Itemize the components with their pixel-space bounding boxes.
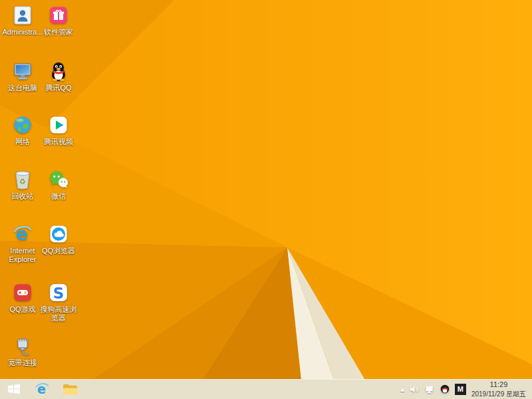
broadband-icon xyxy=(12,334,34,356)
desktop-icon-label: 回收站 xyxy=(12,192,34,201)
desktop-icon-label: 这台电脑 xyxy=(8,84,37,92)
taskbar: e ▴ xyxy=(0,379,532,399)
qq-tray-icon[interactable] xyxy=(440,384,450,394)
desktop-icon-sogou-browser[interactable]: S 搜狗高速浏览器 xyxy=(37,281,80,323)
desktop-icon-label: 搜狗高速浏览器 xyxy=(37,305,80,323)
this-pc-icon xyxy=(12,60,34,82)
sogou-browser-icon: S xyxy=(48,281,70,303)
desktop-icon-software-manager[interactable]: 软件管家 xyxy=(37,4,80,37)
hidden-icons-arrow[interactable]: ▴ xyxy=(400,386,404,393)
desktop-icon-broadband[interactable]: 宽带连接 xyxy=(1,334,44,367)
tencent-video-icon xyxy=(48,114,70,136)
desktop-icon-label: 腾讯视频 xyxy=(44,138,73,146)
windows-logo-icon xyxy=(7,383,21,395)
svg-text:S: S xyxy=(53,284,65,301)
clock-time: 11:29 xyxy=(471,380,526,389)
internet-explorer-icon: e xyxy=(12,223,34,245)
clock-date: 2019/11/29 星期五 xyxy=(471,390,526,398)
system-tray: ▴ M 11:29 2019/11/29 星期五 xyxy=(396,379,532,399)
desktop-icon-wechat[interactable]: 微信 xyxy=(37,168,80,201)
taskbar-internet-explorer[interactable]: e xyxy=(28,379,56,399)
ime-indicator[interactable]: M xyxy=(455,384,466,395)
recycle-bin-icon: ♻ xyxy=(12,168,34,190)
svg-text:♻: ♻ xyxy=(19,177,26,185)
start-button[interactable] xyxy=(0,379,28,399)
desktop-icon-qq-browser[interactable]: QQ浏览器 xyxy=(37,223,80,255)
desktop-icon-tencent-video[interactable]: 腾讯视频 xyxy=(37,114,80,146)
volume-icon[interactable] xyxy=(410,384,420,394)
desktop-icon-label: QQ浏览器 xyxy=(42,247,75,255)
wechat-icon xyxy=(48,168,70,190)
desktop-icon-label: 网络 xyxy=(15,138,30,146)
desktop-icon-tencent-qq[interactable]: 腾讯QQ xyxy=(37,60,80,92)
user-folder-icon xyxy=(12,4,34,26)
desktop-icon-label: 腾讯QQ xyxy=(45,84,71,92)
desktop-icon-label: 宽带连接 xyxy=(8,358,37,367)
desktop-icon-label: QQ游戏 xyxy=(9,305,35,314)
taskbar-file-explorer[interactable] xyxy=(56,379,84,399)
qq-games-icon xyxy=(12,281,34,303)
qq-penguin-icon xyxy=(48,60,70,82)
network-icon[interactable] xyxy=(425,384,435,394)
desktop-icon-label: 微信 xyxy=(51,192,66,201)
qq-browser-icon xyxy=(48,223,70,245)
software-manager-icon xyxy=(48,4,70,26)
taskbar-clock[interactable]: 11:29 2019/11/29 星期五 xyxy=(471,380,527,398)
folder-icon xyxy=(63,383,78,396)
internet-explorer-icon: e xyxy=(34,381,50,397)
network-globe-icon xyxy=(12,114,34,136)
desktop-icon-label: 软件管家 xyxy=(44,28,73,37)
desktop-wallpaper[interactable] xyxy=(0,0,532,399)
